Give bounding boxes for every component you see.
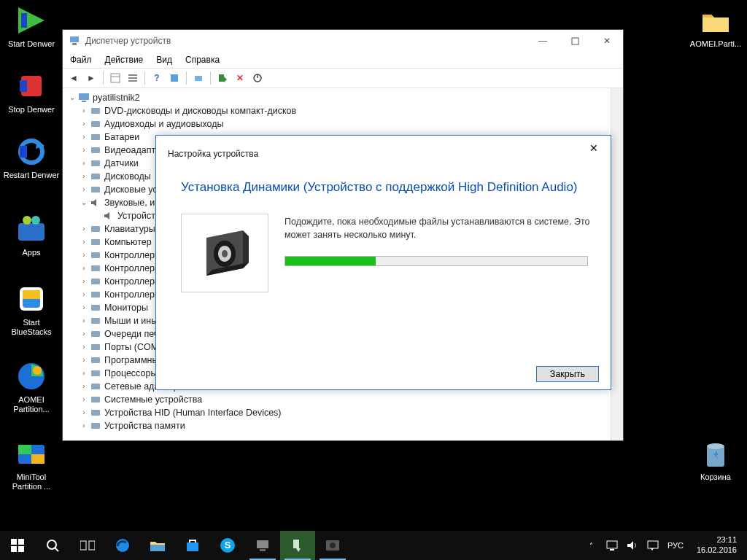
edge-icon[interactable] xyxy=(105,531,140,560)
store-icon[interactable] xyxy=(175,531,210,560)
menu-action[interactable]: Действие xyxy=(101,53,148,66)
svg-marker-62 xyxy=(243,230,249,268)
list-icon[interactable] xyxy=(126,71,139,85)
tree-row[interactable]: ›Аудиовходы и аудиовыходы xyxy=(66,117,611,131)
svg-rect-3 xyxy=(20,80,27,92)
svg-rect-56 xyxy=(91,370,100,376)
device-category-icon xyxy=(89,354,102,366)
tree-row[interactable]: ⌄pyatilistnik2 xyxy=(66,91,611,104)
device-category-icon xyxy=(89,394,102,405)
detail-icon[interactable] xyxy=(109,71,122,85)
explorer-icon[interactable] xyxy=(140,531,175,560)
volume-icon[interactable] xyxy=(627,540,638,551)
tree-row[interactable]: ›Системные устройства xyxy=(66,393,611,406)
uninstall-icon[interactable]: ✕ xyxy=(233,71,247,85)
svg-rect-55 xyxy=(91,357,100,363)
device-category-icon xyxy=(89,381,102,392)
svg-point-14 xyxy=(33,366,42,375)
svg-point-85 xyxy=(330,542,336,548)
desktop-icon-aomei-folder[interactable]: AOMEI.Parti... xyxy=(687,4,744,49)
task-view-icon[interactable] xyxy=(70,531,105,560)
update-driver-icon[interactable] xyxy=(216,71,229,85)
menu-help[interactable]: Справка xyxy=(181,53,224,66)
device-category-icon xyxy=(89,276,102,287)
skype-icon[interactable]: S xyxy=(210,531,245,560)
device-category-icon xyxy=(89,131,102,143)
tree-label: Мониторы xyxy=(104,301,148,314)
tree-row[interactable]: ›Устройства памяти xyxy=(66,419,611,432)
minimize-button[interactable]: — xyxy=(527,30,559,52)
progress-bar xyxy=(285,256,588,266)
dialog-close-icon[interactable]: ✕ xyxy=(584,140,603,156)
network-icon[interactable] xyxy=(606,540,618,551)
taskbar-app-settings[interactable] xyxy=(315,531,350,560)
svg-rect-42 xyxy=(91,187,100,192)
device-category-icon xyxy=(89,341,102,353)
device-category-icon xyxy=(89,368,102,379)
desktop-icon-apps[interactable]: Apps xyxy=(3,213,60,257)
desktop-icon-restart-denwer[interactable]: Restart Denwer xyxy=(3,136,60,180)
close-button[interactable]: Закрыть xyxy=(536,366,599,382)
svg-rect-58 xyxy=(91,397,100,402)
svg-point-8 xyxy=(23,216,31,225)
action-center-icon[interactable] xyxy=(647,540,659,551)
menu-view[interactable]: Вид xyxy=(152,53,177,66)
device-category-icon xyxy=(89,184,102,195)
desktop-icon-recycle-bin[interactable]: Корзина xyxy=(687,438,744,482)
desktop-icon-aomei[interactable]: AOMEI Partition... xyxy=(3,360,60,414)
close-button[interactable]: ✕ xyxy=(591,30,623,52)
svg-rect-59 xyxy=(91,410,100,416)
svg-rect-68 xyxy=(18,539,24,545)
back-icon[interactable]: ◄ xyxy=(67,71,80,85)
desktop-icon-start-denwer[interactable]: Start Denwer xyxy=(3,4,60,49)
maximize-button[interactable] xyxy=(559,30,591,52)
taskbar-app-installer[interactable] xyxy=(280,531,315,560)
svg-point-66 xyxy=(222,250,228,257)
desktop-icon-stop-denwer[interactable]: Stop Denwer xyxy=(3,70,60,114)
tree-row[interactable]: ›Устройства HID (Human Interface Devices… xyxy=(66,406,611,419)
clock[interactable]: 23:11 16.02.2016 xyxy=(692,535,741,556)
taskbar-app-device-manager[interactable] xyxy=(245,531,280,560)
tree-label: Дисководы xyxy=(104,170,151,183)
device-category-icon xyxy=(89,407,102,419)
forward-icon[interactable]: ► xyxy=(85,71,98,85)
svg-rect-74 xyxy=(89,541,95,550)
titlebar[interactable]: Диспетчер устройств — ✕ xyxy=(63,30,623,52)
svg-marker-83 xyxy=(296,548,301,552)
svg-rect-16 xyxy=(18,445,31,454)
window-title: Диспетчер устройств xyxy=(85,36,527,46)
svg-marker-44 xyxy=(104,212,109,219)
tree-label: pyatilistnik2 xyxy=(93,91,140,104)
taskbar: S ˄ РУС 23:11 16.02.2016 xyxy=(0,531,747,560)
desktop-icon-minitool[interactable]: MiniTool Partition ... xyxy=(3,438,60,491)
svg-rect-48 xyxy=(91,265,100,271)
device-category-icon xyxy=(89,420,102,432)
start-button[interactable] xyxy=(0,531,35,560)
device-manager-icon xyxy=(69,35,80,47)
svg-rect-40 xyxy=(91,160,100,166)
svg-rect-34 xyxy=(79,93,89,100)
svg-rect-38 xyxy=(91,134,100,140)
svg-rect-60 xyxy=(91,423,100,429)
svg-rect-86 xyxy=(607,541,617,548)
language-indicator[interactable]: РУС xyxy=(667,541,684,550)
properties-icon[interactable] xyxy=(168,71,181,85)
svg-rect-89 xyxy=(648,541,658,548)
dialog-heading: Установка Динамики (Устройство с поддерж… xyxy=(168,179,599,196)
device-category-icon xyxy=(89,262,102,274)
menu-file[interactable]: Файл xyxy=(66,53,96,66)
device-category-icon xyxy=(89,105,102,117)
help-icon[interactable]: ? xyxy=(150,71,163,85)
tray-chevron-icon[interactable]: ˄ xyxy=(586,540,597,551)
desktop: Start Denwer Stop Denwer Restart Denwer … xyxy=(0,0,747,560)
desktop-icon-bluestacks[interactable]: Start BlueStacks xyxy=(3,283,60,337)
tree-row[interactable]: ›DVD-дисководы и дисководы компакт-диско… xyxy=(66,104,611,117)
svg-marker-88 xyxy=(627,541,633,550)
svg-rect-28 xyxy=(171,74,178,82)
device-category-icon xyxy=(89,249,102,261)
scrollbar[interactable] xyxy=(611,88,623,440)
disable-icon[interactable] xyxy=(251,71,264,85)
svg-rect-47 xyxy=(91,252,100,258)
search-icon[interactable] xyxy=(35,531,70,560)
scan-hardware-icon[interactable] xyxy=(192,71,205,85)
